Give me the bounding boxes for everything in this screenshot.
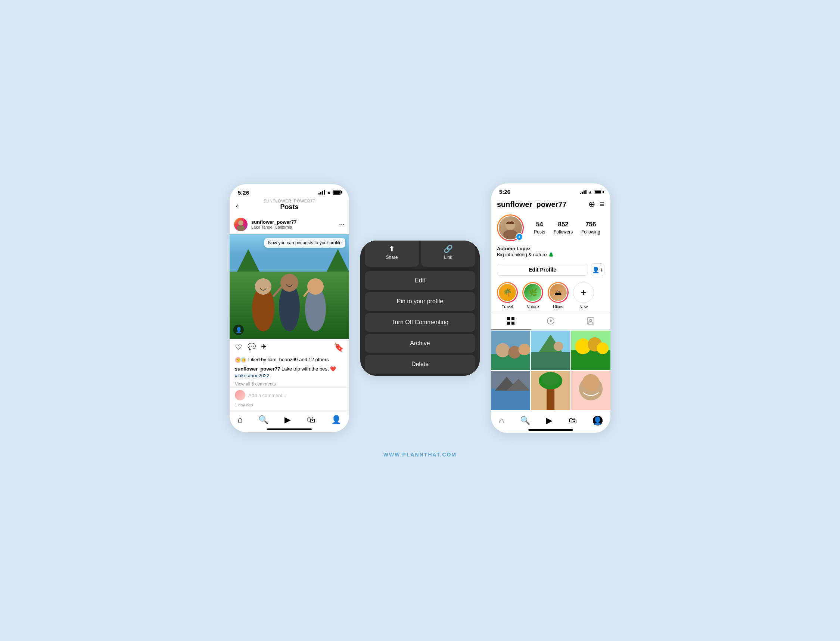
add-person-button[interactable]: 👤+ bbox=[591, 263, 604, 276]
nav-title-1: Posts bbox=[236, 203, 343, 211]
grid-photo-4[interactable] bbox=[491, 371, 530, 410]
bookmark-button-1[interactable]: 🔖 bbox=[334, 343, 344, 352]
likes-avatars-1: 🙂 😊 bbox=[235, 357, 245, 364]
nav-shop-1[interactable]: 🛍 bbox=[307, 415, 315, 425]
nav-home-3[interactable]: ⌂ bbox=[499, 416, 504, 425]
sb3-4 bbox=[585, 190, 586, 194]
story-circle-hikes[interactable]: ⛰ bbox=[548, 282, 569, 303]
nav-search-1[interactable]: 🔍 bbox=[259, 415, 268, 425]
heart-button-1[interactable]: ♡ bbox=[235, 343, 242, 352]
avatar-add-button[interactable]: + bbox=[516, 233, 523, 240]
nav-profile-3[interactable]: 👤 bbox=[593, 416, 602, 425]
svg-point-24 bbox=[506, 220, 515, 230]
grid-photo-6[interactable] bbox=[571, 371, 610, 410]
stat-posts[interactable]: 54 Posts bbox=[534, 221, 545, 235]
phone-2: 5:26 ▲ ‹ SUNFLOWER_POWER77 Posts bbox=[360, 240, 480, 376]
profile-bio: Autumn Lopez Big into hiking & nature 🌲 bbox=[491, 244, 610, 261]
likes-avatar-2: 😊 bbox=[240, 357, 247, 364]
status-bar-1: 5:26 ▲ bbox=[230, 184, 349, 197]
posts-label: Posts bbox=[534, 229, 545, 235]
menu-icon[interactable]: ≡ bbox=[599, 200, 604, 209]
svg-point-7 bbox=[255, 278, 271, 295]
timestamp-1: 1 day ago bbox=[230, 402, 349, 410]
story-circle-new[interactable]: + bbox=[573, 282, 594, 303]
view-comments-1[interactable]: View all 5 comments bbox=[230, 381, 349, 387]
nav-reels-3[interactable]: ▶ bbox=[546, 416, 553, 425]
svg-rect-29 bbox=[511, 322, 514, 325]
story-circle-travel[interactable]: 🌴 bbox=[497, 282, 518, 303]
edit-profile-button[interactable]: Edit Profile bbox=[497, 264, 588, 276]
add-person-icon: 👤+ bbox=[592, 266, 603, 274]
tab-tagged[interactable] bbox=[570, 313, 610, 329]
phone-3: 5:26 ▲ sunflower_power77 ⊕ ≡ bbox=[491, 184, 610, 433]
add-post-icon[interactable]: ⊕ bbox=[588, 200, 595, 209]
sheet-turnoff-btn[interactable]: Turn Off Commenting bbox=[365, 313, 475, 332]
pin-tooltip-1: Now you can pin posts to your profile bbox=[264, 238, 345, 248]
bio-text: Big into hiking & nature 🌲 bbox=[497, 251, 604, 258]
sheet-delete-btn[interactable]: Delete bbox=[365, 355, 475, 374]
svg-rect-49 bbox=[491, 388, 530, 410]
edit-profile-row: Edit Profile 👤+ bbox=[491, 261, 610, 280]
svg-point-1 bbox=[237, 225, 245, 231]
more-dots-1[interactable]: ··· bbox=[339, 221, 345, 228]
nav-search-3[interactable]: 🔍 bbox=[520, 416, 530, 425]
comment-input-1[interactable]: Add a comment... bbox=[248, 393, 344, 398]
signal-bar-3 bbox=[322, 191, 323, 195]
footer: WWW.PLANNTHAT.COM bbox=[384, 452, 456, 457]
profile-stats: 54 Posts 852 Followers 756 Following bbox=[530, 221, 604, 235]
svg-point-47 bbox=[597, 343, 609, 354]
grid-photo-3[interactable] bbox=[571, 330, 610, 370]
post-photo-1 bbox=[230, 234, 349, 339]
story-travel: 🌴 Travel bbox=[497, 282, 518, 309]
share-button-1[interactable]: ✈ bbox=[261, 343, 267, 352]
story-circle-nature[interactable]: 🌿 bbox=[522, 282, 543, 303]
svg-rect-26 bbox=[507, 317, 510, 320]
photo-grid bbox=[491, 330, 610, 411]
signal-bar-1 bbox=[318, 193, 320, 195]
phone-1: 5:26 ▲ ‹ SUNFLOWER_POWER77 Posts bbox=[230, 184, 349, 432]
back-button-1[interactable]: ‹ bbox=[236, 202, 238, 210]
post-username-1[interactable]: sunflower_power77 bbox=[251, 219, 335, 225]
sheet-archive-btn[interactable]: Archive bbox=[365, 334, 475, 353]
tab-grid[interactable] bbox=[491, 313, 531, 329]
post-location-1: Lake Tahoe, California bbox=[251, 225, 335, 229]
sheet-edit-btn[interactable]: Edit bbox=[365, 271, 475, 290]
caption-hashtag-1[interactable]: #laketahoe2022 bbox=[235, 373, 270, 378]
svg-point-38 bbox=[519, 344, 530, 356]
svg-rect-28 bbox=[507, 322, 510, 325]
sheet-share-btn[interactable]: ⬆ Share bbox=[365, 240, 419, 267]
svg-point-25 bbox=[503, 230, 517, 240]
action-icons-left-1: ♡ 💬 ✈ bbox=[235, 343, 267, 352]
wifi-icon-1: ▲ bbox=[327, 190, 331, 195]
stat-followers[interactable]: 852 Followers bbox=[554, 221, 573, 235]
nav-header-1: ‹ SUNFLOWER_POWER77 Posts bbox=[230, 197, 349, 215]
caption-username-1[interactable]: sunflower_power77 bbox=[235, 366, 280, 372]
add-comment-row-1: Add a comment... bbox=[230, 387, 349, 402]
home-indicator-1 bbox=[267, 428, 312, 430]
profile-avatar-wrapper: + bbox=[497, 214, 524, 241]
grid-photo-2[interactable] bbox=[531, 330, 570, 370]
user-story-icon-1: 👤 bbox=[233, 325, 244, 335]
stat-following[interactable]: 756 Following bbox=[581, 221, 600, 235]
story-nature: 🌿 Nature bbox=[522, 282, 543, 309]
bottom-nav-1: ⌂ 🔍 ▶ 🛍 👤 bbox=[230, 410, 349, 432]
profile-tabs bbox=[491, 312, 610, 330]
story-inner-travel: 🌴 bbox=[498, 283, 517, 302]
sheet-link-btn[interactable]: 🔗 Link bbox=[421, 240, 475, 267]
comment-avatar-1 bbox=[235, 390, 245, 401]
sheet-pin-btn[interactable]: Pin to your profile bbox=[365, 292, 475, 311]
svg-rect-27 bbox=[511, 317, 514, 320]
nav-profile-1[interactable]: 👤 bbox=[331, 415, 341, 425]
followers-label: Followers bbox=[554, 229, 573, 235]
nav-reels-1[interactable]: ▶ bbox=[284, 415, 291, 425]
signal-bar-2 bbox=[320, 192, 321, 195]
comment-button-1[interactable]: 💬 bbox=[247, 343, 256, 352]
grid-photo-1[interactable] bbox=[491, 330, 530, 370]
nav-home-1[interactable]: ⌂ bbox=[238, 415, 242, 425]
battery-icon-3 bbox=[594, 190, 602, 194]
tab-reels[interactable] bbox=[531, 313, 571, 329]
nav-shop-3[interactable]: 🛍 bbox=[569, 416, 577, 425]
grid-photo-5[interactable] bbox=[531, 371, 570, 410]
signal-icon-3 bbox=[580, 190, 586, 194]
time-1: 5:26 bbox=[238, 189, 249, 196]
